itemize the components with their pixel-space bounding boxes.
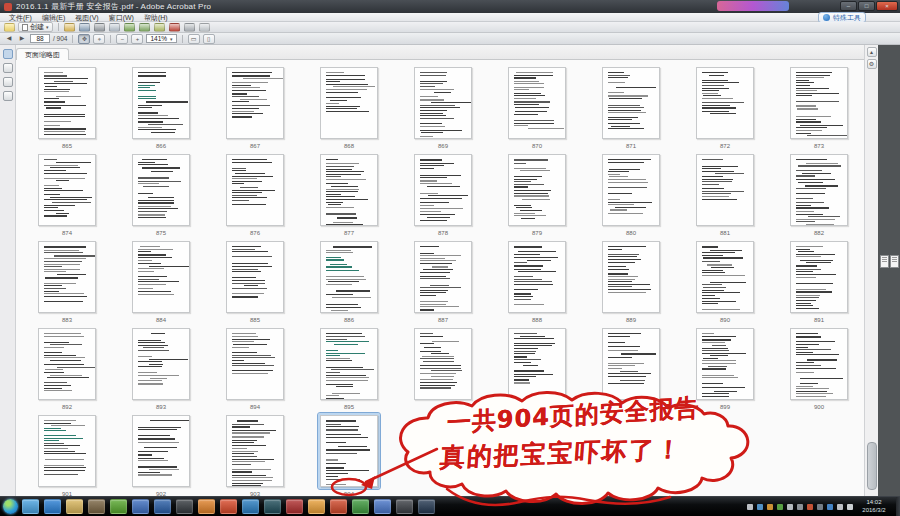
show-desktop-button[interactable]: [896, 497, 900, 516]
menu-item-3[interactable]: 窗口(W): [104, 13, 139, 22]
review-icon[interactable]: [139, 23, 150, 32]
thumbnail-cell[interactable]: 875: [114, 149, 208, 236]
thumbnail-cell[interactable]: 902: [114, 410, 208, 496]
thumbnail-cell[interactable]: 893: [114, 323, 208, 410]
menu-item-2[interactable]: 视图(V): [70, 13, 103, 22]
thumbnail-cell[interactable]: 899: [678, 323, 772, 410]
page-thumbnail[interactable]: [224, 413, 286, 489]
page-thumbnail[interactable]: [788, 326, 850, 402]
tray-icon-10[interactable]: [847, 504, 853, 510]
taskbar-app-icon-0[interactable]: [22, 499, 39, 514]
thumbnail-cell[interactable]: 866: [114, 62, 208, 149]
hand-tool-button[interactable]: ✥: [78, 34, 90, 44]
thumbnail-cell[interactable]: 891: [772, 236, 864, 323]
page-thumbnail[interactable]: [788, 152, 850, 228]
sticky-note-icon[interactable]: [4, 23, 15, 32]
page-thumbnail[interactable]: [506, 65, 568, 141]
attachments-icon[interactable]: [3, 77, 13, 87]
stamp-icon[interactable]: [169, 23, 180, 32]
page-thumbnail[interactable]: [694, 239, 756, 315]
thumbnail-cell[interactable]: 888: [490, 236, 584, 323]
menu-item-4[interactable]: 帮助(H): [139, 13, 173, 22]
fit-page-button[interactable]: ▯: [203, 34, 215, 44]
page-thumbnail[interactable]: [412, 326, 474, 402]
page-thumbnail[interactable]: [412, 239, 474, 315]
page-thumbnail[interactable]: [318, 326, 380, 402]
thumbnail-cell[interactable]: 896: [396, 323, 490, 410]
taskbar-app-icon-8[interactable]: [198, 499, 215, 514]
taskbar-app-icon-9[interactable]: [220, 499, 237, 514]
page-thumbnail[interactable]: [36, 239, 98, 315]
menu-item-1[interactable]: 编辑(E): [37, 13, 70, 22]
selected-page-thumbnail[interactable]: [318, 413, 380, 489]
page-thumbnail[interactable]: [412, 152, 474, 228]
share-icon[interactable]: [124, 23, 135, 32]
start-button[interactable]: [3, 499, 18, 514]
panel-options-gear-icon[interactable]: ⚙: [867, 59, 877, 69]
taskbar-app-icon-15[interactable]: [352, 499, 369, 514]
taskbar-app-icon-16[interactable]: [374, 499, 391, 514]
thumbnail-cell[interactable]: 894: [208, 323, 302, 410]
page-number-input[interactable]: 88: [30, 34, 50, 43]
zoom-level-select[interactable]: 141% ▾: [146, 34, 176, 43]
sign-icon[interactable]: [184, 23, 195, 32]
tray-icon-1[interactable]: [757, 504, 763, 510]
tray-icon-3[interactable]: [777, 504, 783, 510]
signatures-icon[interactable]: [3, 91, 13, 101]
thumbnail-cell[interactable]: 880: [584, 149, 678, 236]
taskbar-app-icon-17[interactable]: [396, 499, 413, 514]
thumbnail-cell[interactable]: 898: [584, 323, 678, 410]
thumbnail-cell[interactable]: 901: [20, 410, 114, 496]
tray-icon-4[interactable]: [787, 504, 793, 510]
thumbnail-cell[interactable]: 890: [678, 236, 772, 323]
page-thumbnail[interactable]: [788, 65, 850, 141]
thumbnail-cell[interactable]: 865: [20, 62, 114, 149]
thumbnail-cell[interactable]: 873: [772, 62, 864, 149]
thumbnail-cell[interactable]: 878: [396, 149, 490, 236]
taskbar-app-icon-3[interactable]: [88, 499, 105, 514]
next-page-button[interactable]: ▶: [17, 34, 27, 43]
maximize-button[interactable]: □: [858, 1, 875, 11]
page-thumbnail[interactable]: [224, 65, 286, 141]
page-thumbnail[interactable]: [600, 239, 662, 315]
scrollbar-thumb[interactable]: [867, 442, 877, 490]
tray-icon-9[interactable]: [837, 504, 843, 510]
thumbnail-cell[interactable]: 884: [114, 236, 208, 323]
thumbnail-cell[interactable]: 903: [208, 410, 302, 496]
page-thumbnail[interactable]: [694, 152, 756, 228]
previous-page-button[interactable]: ◀: [4, 34, 14, 43]
thumbnail-cell[interactable]: 889: [584, 236, 678, 323]
taskbar-app-icon-4[interactable]: [110, 499, 127, 514]
select-tool-button[interactable]: ⌖: [93, 34, 105, 44]
taskbar-app-icon-10[interactable]: [242, 499, 259, 514]
page-thumbnail[interactable]: [130, 239, 192, 315]
menu-item-0[interactable]: 文件(F): [4, 13, 37, 22]
page-thumbnail[interactable]: [506, 326, 568, 402]
minimize-button[interactable]: –: [840, 1, 857, 11]
open-file-icon[interactable]: [64, 23, 75, 32]
email-icon[interactable]: [109, 23, 120, 32]
page-thumbnail[interactable]: [600, 65, 662, 141]
page-thumbnail[interactable]: [506, 152, 568, 228]
page-thumbnail[interactable]: [36, 413, 98, 489]
taskbar-app-icon-7[interactable]: [176, 499, 193, 514]
taskbar-app-icon-1[interactable]: [44, 499, 61, 514]
tray-icon-8[interactable]: [827, 504, 833, 510]
thumbnail-cell[interactable]: 883: [20, 236, 114, 323]
close-button[interactable]: ×: [876, 1, 898, 11]
thumbnail-cell[interactable]: 895: [302, 323, 396, 410]
thumbnail-cell[interactable]: 897: [490, 323, 584, 410]
page-thumbnail[interactable]: [694, 326, 756, 402]
thumbnail-cell[interactable]: 869: [396, 62, 490, 149]
page-thumbnail[interactable]: [36, 65, 98, 141]
thumbnail-cell[interactable]: 871: [584, 62, 678, 149]
page-thumbnails-icon[interactable]: [3, 49, 13, 59]
page-thumbnail[interactable]: [318, 65, 380, 141]
taskbar-app-icon-13[interactable]: [308, 499, 325, 514]
page-thumbnail[interactable]: [224, 326, 286, 402]
page-thumbnail[interactable]: [130, 65, 192, 141]
page-thumbnail[interactable]: [694, 65, 756, 141]
taskbar-app-icon-2[interactable]: [66, 499, 83, 514]
page-thumbnail[interactable]: [224, 239, 286, 315]
thumbnail-cell[interactable]: 887: [396, 236, 490, 323]
